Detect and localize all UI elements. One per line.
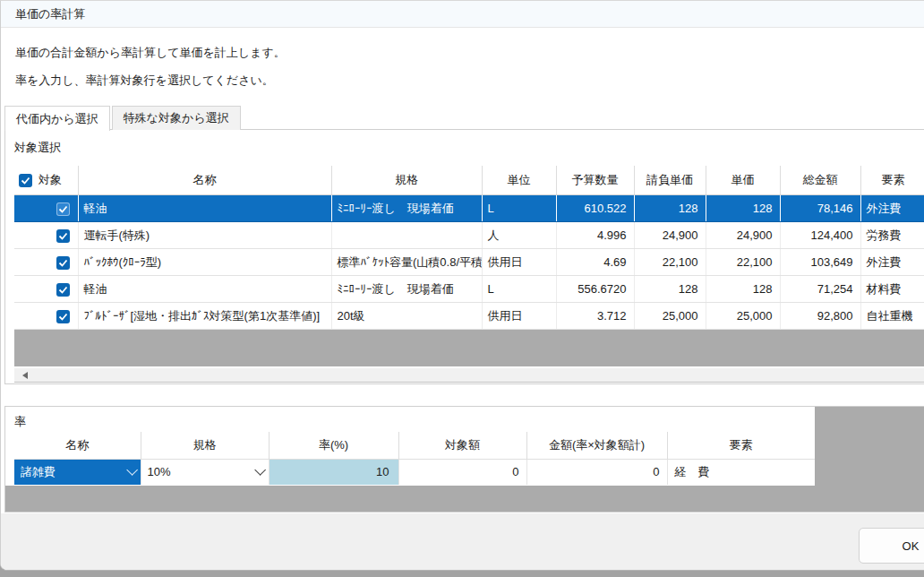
cell-spec: ﾐﾆﾛｰﾘｰ渡し 現場着価 <box>331 195 482 222</box>
cell-budget-qty: 610.522 <box>556 195 634 222</box>
column-header-unit-price: 単価 <box>706 166 780 195</box>
chevron-down-icon <box>254 464 266 476</box>
check-icon <box>59 233 66 238</box>
select-all-checkbox[interactable] <box>19 174 32 187</box>
cell-unit: 供用日 <box>482 249 556 276</box>
check-icon <box>22 177 30 183</box>
cell-spec: ﾐﾆﾛｰﾘｰ渡し 現場着価 <box>331 276 482 303</box>
ok-button[interactable]: OK <box>859 528 924 564</box>
cell-budget-qty: 4.996 <box>556 222 634 249</box>
column-header-spec: 規格 <box>331 166 482 195</box>
cell-unit: L <box>482 276 556 303</box>
background-strip <box>0 571 924 577</box>
table-row[interactable]: ﾊﾞｯｸﾎｳ(ｸﾛｰﾗ型) 標準ﾊﾞｹｯﾄ容量(山積0.8/平積0 供用日 4.… <box>14 249 924 276</box>
cell-contract-unit-price: 128 <box>634 276 706 303</box>
cell-unit: L <box>482 195 556 222</box>
cell-unit-price: 25,000 <box>706 303 780 330</box>
selection-table-header-row: 対象 名称 規格 単位 予算数量 請負単価 単価 総金額 要素 <box>14 166 924 195</box>
cell-name: 運転手(特殊) <box>78 222 331 249</box>
cell-budget-qty: 4.69 <box>556 249 634 276</box>
cell-contract-unit-price: 22,100 <box>634 249 706 276</box>
cell-total: 71,254 <box>780 276 860 303</box>
cell-element: 労務費 <box>860 222 924 249</box>
scroll-left-arrow-icon[interactable] <box>22 372 28 379</box>
dialog-footer: OK <box>1 513 924 571</box>
cell-contract-unit-price: 24,900 <box>634 222 706 249</box>
cell-unit: 人 <box>482 222 556 249</box>
cell-element: 外注費 <box>860 249 924 276</box>
cell-contract-unit-price: 128 <box>634 195 706 222</box>
cell-unit-price: 22,100 <box>706 249 780 276</box>
cell-element: 外注費 <box>860 195 924 222</box>
cell-name: 軽油 <box>78 276 331 303</box>
row-checkbox[interactable] <box>56 229 70 243</box>
rate-panel: 率 名称 規格 率(%) 対象額 金額(率×対象額計) 要素 <box>5 407 815 486</box>
rate-name-select[interactable]: 諸雑費 <box>14 460 141 485</box>
horizontal-scrollbar[interactable] <box>14 368 924 383</box>
rate-column-spec: 規格 <box>141 432 269 459</box>
row-checkbox[interactable] <box>56 283 70 297</box>
dialog-title: 単価の率計算 <box>15 6 85 22</box>
cell-total: 92,800 <box>780 303 860 330</box>
rate-group-label: 率 <box>14 414 26 430</box>
rate-percent-input[interactable]: 10 <box>269 459 398 485</box>
table-row[interactable]: ﾌﾞﾙﾄﾞｰｻﾞ[湿地・排出ｶﾞｽ対策型(第1次基準値)] 20t級 供用日 3… <box>14 303 924 330</box>
column-header-contract-unit-price: 請負単価 <box>634 166 706 195</box>
cell-name: ﾊﾞｯｸﾎｳ(ｸﾛｰﾗ型) <box>78 249 331 276</box>
column-header-target: 対象 <box>38 172 62 188</box>
cell-spec: 標準ﾊﾞｹｯﾄ容量(山積0.8/平積0 <box>331 249 482 276</box>
row-checkbox[interactable] <box>56 202 70 216</box>
cell-spec: 20t級 <box>331 303 482 330</box>
table-row[interactable]: 運転手(特殊) 人 4.996 24,900 24,900 124,400 労務… <box>14 222 924 249</box>
description-line-2: 率を入力し、率計算対象行を選択してください。 <box>15 73 274 89</box>
cell-unit-price: 128 <box>706 195 780 222</box>
empty-table-area <box>14 330 924 366</box>
rate-target-amount-value: 0 <box>398 459 526 485</box>
tab-bar: 代価内から選択 特殊な対象から選択 <box>4 106 243 130</box>
rate-column-amount: 金額(率×対象額計) <box>526 432 667 459</box>
cell-element: 自社重機 <box>860 303 924 330</box>
cell-element: 材料費 <box>860 276 924 303</box>
rate-element-value: 経 費 <box>667 459 815 485</box>
rate-table: 名称 規格 率(%) 対象額 金額(率×対象額計) 要素 諸雑費 <box>14 432 815 485</box>
selection-group-label: 対象選択 <box>14 140 61 156</box>
cell-unit-price: 24,900 <box>706 222 780 249</box>
selection-table: 対象 名称 規格 単位 予算数量 請負単価 単価 総金額 要素 軽油 <box>14 166 924 330</box>
cell-total: 124,400 <box>780 222 860 249</box>
chevron-down-icon <box>126 464 138 476</box>
unit-price-rate-dialog: 単価の率計算 単価の合計金額から率計算して単価を計上します。 率を入力し、率計算… <box>0 0 924 571</box>
row-checkbox[interactable] <box>56 310 70 323</box>
cell-unit-price: 128 <box>706 276 780 303</box>
cell-contract-unit-price: 25,000 <box>634 303 706 330</box>
cell-name: 軽油 <box>78 195 331 222</box>
cell-budget-qty: 556.6720 <box>556 276 634 303</box>
cell-total: 103,649 <box>780 249 860 276</box>
column-header-name: 名称 <box>78 166 331 195</box>
cell-name: ﾌﾞﾙﾄﾞｰｻﾞ[湿地・排出ｶﾞｽ対策型(第1次基準値)] <box>78 303 331 330</box>
column-header-unit: 単位 <box>482 166 556 195</box>
cell-unit: 供用日 <box>482 303 556 330</box>
column-header-total: 総金額 <box>780 166 860 195</box>
rate-column-target-amount: 対象額 <box>398 432 526 459</box>
selection-tab-panel: 対象選択 対象 名称 規格 単位 予算数量 <box>4 129 924 384</box>
table-row[interactable]: 軽油 ﾐﾆﾛｰﾘｰ渡し 現場着価 L 610.522 128 128 78,14… <box>14 195 924 222</box>
check-icon <box>59 314 66 319</box>
rate-spec-select[interactable]: 10% <box>141 460 269 485</box>
row-checkbox[interactable] <box>56 256 70 270</box>
rate-amount-value: 0 <box>526 459 667 485</box>
dialog-titlebar: 単価の率計算 <box>1 1 924 28</box>
check-icon <box>59 260 66 265</box>
column-header-budget-qty: 予算数量 <box>556 166 634 195</box>
cell-budget-qty: 3.712 <box>556 303 634 330</box>
cell-spec <box>331 222 482 249</box>
tab-select-from-daika[interactable]: 代価内から選択 <box>4 106 110 131</box>
check-icon <box>59 206 66 211</box>
rate-column-name: 名称 <box>14 432 141 459</box>
table-row[interactable]: 軽油 ﾐﾆﾛｰﾘｰ渡し 現場着価 L 556.6720 128 128 71,2… <box>14 276 924 303</box>
rate-row: 諸雑費 10% 10 0 0 経 費 <box>14 459 815 485</box>
check-icon <box>59 287 66 292</box>
rate-column-element: 要素 <box>667 432 815 459</box>
rate-group: 率 名称 規格 率(%) 対象額 金額(率×対象額計) 要素 <box>4 406 924 512</box>
tab-select-from-special[interactable]: 特殊な対象から選択 <box>112 106 241 130</box>
rate-table-header-row: 名称 規格 率(%) 対象額 金額(率×対象額計) 要素 <box>14 432 815 459</box>
